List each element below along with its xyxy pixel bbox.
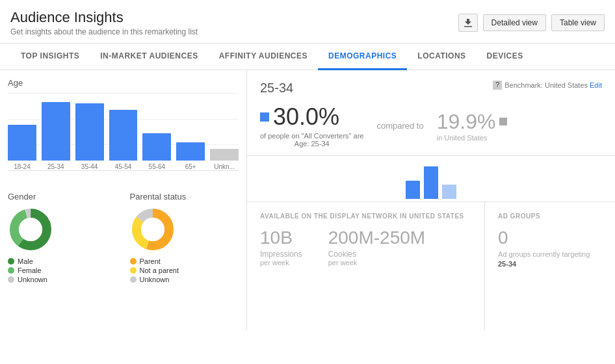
bar-18-24[interactable]: 18-24	[8, 125, 36, 170]
parental-legend-not-parent: Not a parent	[130, 266, 239, 274]
bar-unknown-bar	[210, 149, 239, 161]
ad-groups-value: 0	[498, 228, 602, 248]
download-icon	[463, 18, 473, 28]
benchmark-row: ? Benchmark: United States Edit	[493, 81, 602, 90]
gender-legend-male: Male	[8, 257, 117, 265]
page-header: Audience Insights Get insights about the…	[0, 0, 615, 44]
secondary-stat-desc: in United States	[437, 134, 488, 142]
impressions-stat: 10B Impressions per week	[260, 228, 302, 266]
bar-18-24-bar	[8, 125, 36, 161]
mini-bar-chart	[247, 156, 615, 202]
tab-in-market[interactable]: IN-MARKET AUDIENCES	[90, 44, 208, 70]
secondary-pct-value: 19.9%	[437, 110, 496, 134]
ad-groups-desc-text: Ad groups currently targeting	[498, 250, 590, 258]
gender-donut-chart	[8, 207, 53, 252]
parental-legend-unknown: Unknown	[130, 276, 239, 283]
gender-legend: Male Female Unknown	[8, 257, 117, 283]
bar-unknown[interactable]: Unkn...	[210, 149, 239, 170]
parental-chart-section: Parental status Parent	[130, 192, 239, 285]
mini-bar-3	[442, 185, 456, 199]
tab-devices[interactable]: DEVICES	[477, 44, 534, 70]
main-stat: 30.0% of people on "All Converters" are …	[260, 103, 363, 148]
secondary-percentage: 19.9%	[437, 110, 508, 134]
gender-parental-row: Gender Male	[8, 192, 239, 285]
tab-top-insights[interactable]: TOP INSIGHTS	[10, 44, 90, 70]
gender-title: Gender	[8, 192, 117, 202]
age-title: Age	[8, 78, 239, 88]
svg-point-8	[141, 218, 164, 241]
main-content: Age 18-24 25-34 35-44	[0, 70, 615, 330]
tab-locations[interactable]: LOCATIONS	[407, 44, 476, 70]
detailed-view-button[interactable]: Detailed view	[483, 14, 546, 31]
bar-65plus-label: 65+	[185, 163, 196, 170]
gender-donut-container	[8, 207, 117, 252]
male-label: Male	[18, 257, 33, 265]
gender-legend-female: Female	[8, 266, 117, 274]
bar-25-34-bar	[42, 102, 70, 161]
secondary-stat: 19.9% in United States	[437, 110, 508, 142]
ad-groups-age-label: 25-34	[498, 260, 516, 268]
bar-45-54[interactable]: 45-54	[109, 110, 138, 170]
header-right: Detailed view Table view	[458, 14, 605, 32]
age-bar-chart: 18-24 25-34 35-44 45-54 55-64	[8, 93, 239, 184]
female-label: Female	[18, 266, 42, 274]
parent-label: Parent	[140, 257, 161, 265]
cookies-label: Cookies	[328, 250, 425, 259]
benchmark-edit-link[interactable]: Edit	[590, 81, 602, 89]
mini-bar-2	[424, 166, 438, 199]
tab-affinity[interactable]: AFFINITY AUDIENCES	[209, 44, 318, 70]
bar-35-44-label: 35-44	[81, 163, 98, 170]
display-network-header: AVAILABLE ON THE DISPLAY NETWORK IN UNIT…	[260, 213, 471, 220]
male-dot	[8, 258, 14, 265]
age-detail-header: 25-34 ? Benchmark: United States Edit 30…	[247, 70, 615, 156]
tab-demographics[interactable]: DEMOGRAPHICS	[318, 44, 407, 70]
main-desc-line2: Age: 25-34	[294, 140, 330, 148]
bar-55-64-bar	[142, 133, 171, 161]
main-pct-value: 30.0%	[273, 103, 339, 131]
bottom-section: AVAILABLE ON THE DISPLAY NETWORK IN UNIT…	[247, 202, 615, 330]
parental-unknown-dot	[130, 276, 137, 283]
main-pct-color-box	[260, 112, 269, 122]
impressions-value: 10B	[260, 228, 302, 248]
parental-legend-parent: Parent	[130, 257, 239, 265]
parental-legend: Parent Not a parent Unknown	[130, 257, 239, 283]
benchmark-label: Benchmark: United States	[504, 81, 588, 89]
mini-bar-1	[406, 181, 420, 199]
bar-65plus[interactable]: 65+	[176, 142, 205, 170]
female-dot	[8, 267, 14, 274]
display-network-section: AVAILABLE ON THE DISPLAY NETWORK IN UNIT…	[247, 202, 485, 330]
gender-unknown-label: Unknown	[18, 276, 47, 283]
main-desc-line1: of people on "All Converters" are	[260, 132, 363, 140]
bar-45-54-bar	[109, 110, 138, 161]
bar-35-44-bar	[75, 103, 104, 161]
download-button[interactable]	[458, 14, 478, 32]
ad-groups-desc: Ad groups currently targeting 25-34	[498, 250, 602, 270]
bar-unknown-label: Unkn...	[214, 163, 235, 170]
gender-legend-unknown: Unknown	[8, 276, 117, 283]
tabs-bar: TOP INSIGHTS IN-MARKET AUDIENCES AFFINIT…	[0, 44, 615, 70]
parental-unknown-label: Unknown	[140, 276, 170, 283]
ad-groups-section: AD GROUPS 0 Ad groups currently targetin…	[485, 202, 615, 330]
right-panel: 25-34 ? Benchmark: United States Edit 30…	[247, 70, 615, 330]
page-title: Audience Insights	[10, 9, 198, 26]
main-percentage: 30.0%	[260, 103, 363, 131]
gender-unknown-dot	[8, 276, 14, 283]
parental-title: Parental status	[130, 192, 239, 202]
bar-35-44[interactable]: 35-44	[75, 103, 104, 170]
bar-55-64[interactable]: 55-64	[142, 133, 171, 170]
table-view-button[interactable]: Table view	[551, 14, 605, 31]
compared-to-label: compared to	[363, 121, 436, 131]
secondary-pct-color-box	[499, 118, 507, 125]
bar-55-64-label: 55-64	[149, 163, 166, 170]
bar-25-34[interactable]: 25-34	[42, 102, 70, 170]
stats-row: 30.0% of people on "All Converters" are …	[260, 103, 602, 148]
bar-45-54-label: 45-54	[115, 163, 132, 170]
not-parent-label: Not a parent	[140, 266, 179, 274]
impressions-sub: per week	[260, 259, 302, 266]
age-selected-label: 25-34	[260, 81, 293, 96]
bar-25-34-label: 25-34	[47, 163, 64, 170]
stats-grid: 10B Impressions per week 200M-250M Cooki…	[260, 228, 471, 266]
impressions-label: Impressions	[260, 250, 302, 259]
benchmark-icon: ?	[493, 81, 502, 90]
svg-rect-0	[464, 26, 472, 27]
